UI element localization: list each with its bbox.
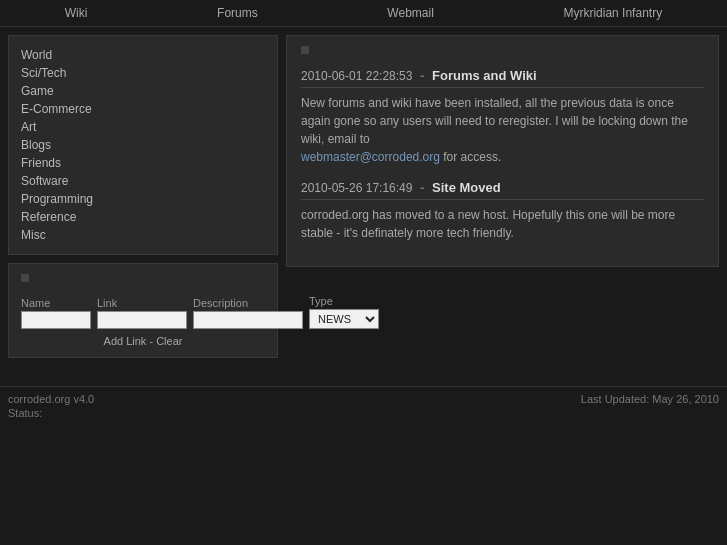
name-input[interactable] [21,311,91,329]
news-box-top [301,46,704,60]
link-field-group: Link [97,297,187,329]
news-item-1-heading: 2010-06-01 22:28:53 - Forums and Wiki [301,68,704,88]
news-item-1-body-text: New forums and wiki have been installed,… [301,96,688,146]
list-item: Misc [21,226,265,244]
list-item: Art [21,118,265,136]
list-item: Blogs [21,136,265,154]
footer: corroded.org v4.0 Status: Last Updated: … [0,386,727,427]
news-item-1-separator: - [420,68,428,83]
news-item-1-date: 2010-06-01 22:28:53 [301,69,412,83]
sidebar-item-blogs[interactable]: Blogs [21,136,265,154]
nav-webmail[interactable]: Webmail [387,6,433,20]
footer-last-updated: Last Updated: May 26, 2010 [581,393,719,421]
list-item: World [21,46,265,64]
list-item: Sci/Tech [21,64,265,82]
news-box-indicator-icon [301,46,309,54]
news-item-1-title: Forums and Wiki [432,68,537,83]
news-item-1-body-after: for access. [440,150,501,164]
list-item: Friends [21,154,265,172]
link-label: Link [97,297,187,309]
news-item-2-title: Site Moved [432,180,501,195]
sidebar-item-software[interactable]: Software [21,172,265,190]
left-column: World Sci/Tech Game E-Commerce Art Blogs… [8,35,278,358]
sidebar-item-misc[interactable]: Misc [21,226,265,244]
sidebar-nav-box: World Sci/Tech Game E-Commerce Art Blogs… [8,35,278,255]
list-item: Reference [21,208,265,226]
footer-left: corroded.org v4.0 Status: [8,393,94,421]
sidebar-nav-list: World Sci/Tech Game E-Commerce Art Blogs… [21,46,265,244]
add-link-form-row: Name Link Description Type NEWS LINK [21,295,265,329]
clear-button[interactable]: Clear [156,335,182,347]
nav-forums[interactable]: Forums [217,6,258,20]
list-item: Programming [21,190,265,208]
news-item-2-heading: 2010-05-26 17:16:49 - Site Moved [301,180,704,200]
name-field-group: Name [21,297,91,329]
sidebar-item-friends[interactable]: Friends [21,154,265,172]
sidebar-item-art[interactable]: Art [21,118,265,136]
sidebar-item-game[interactable]: Game [21,82,265,100]
news-item-1-body: New forums and wiki have been installed,… [301,94,704,166]
sidebar-item-world[interactable]: World [21,46,265,64]
news-item-2-body: corroded.org has moved to a new host. Ho… [301,206,704,242]
list-item: Software [21,172,265,190]
news-item-2-date: 2010-05-26 17:16:49 [301,181,412,195]
box-indicator-icon [21,274,29,282]
footer-status: Status: [8,407,94,419]
news-item-1-link[interactable]: webmaster@corroded.org [301,150,440,164]
list-item: E-Commerce [21,100,265,118]
form-actions: Add Link - Clear [21,335,265,347]
news-item-2: 2010-05-26 17:16:49 - Site Moved corrode… [301,180,704,242]
name-label: Name [21,297,91,309]
sidebar-item-scitech[interactable]: Sci/Tech [21,64,265,82]
nav-myrkridian[interactable]: Myrkridian Infantry [563,6,662,20]
list-item: Game [21,82,265,100]
nav-wiki[interactable]: Wiki [65,6,88,20]
sidebar-item-reference[interactable]: Reference [21,208,265,226]
sidebar-item-ecommerce[interactable]: E-Commerce [21,100,265,118]
add-link-box: Name Link Description Type NEWS LINK [8,263,278,358]
news-item-2-separator: - [420,180,428,195]
add-link-button[interactable]: Add Link [104,335,147,347]
top-navigation: Wiki Forums Webmail Myrkridian Infantry [0,0,727,27]
main-layout: World Sci/Tech Game E-Commerce Art Blogs… [0,27,727,366]
sidebar-item-programming[interactable]: Programming [21,190,265,208]
news-box: 2010-06-01 22:28:53 - Forums and Wiki Ne… [286,35,719,267]
news-item-1: 2010-06-01 22:28:53 - Forums and Wiki Ne… [301,68,704,166]
right-column: 2010-06-01 22:28:53 - Forums and Wiki Ne… [286,35,719,358]
footer-version: corroded.org v4.0 [8,393,94,405]
link-input[interactable] [97,311,187,329]
